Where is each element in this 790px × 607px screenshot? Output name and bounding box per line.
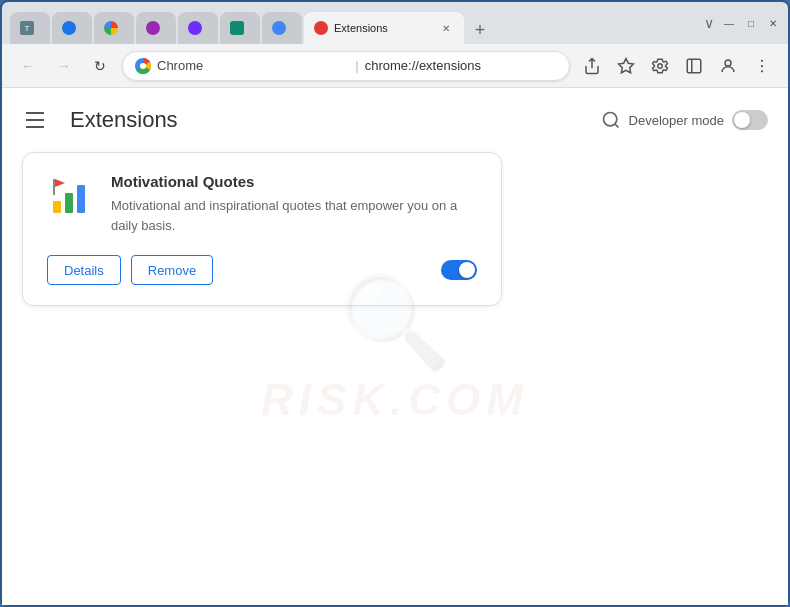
- developer-mode-label: Developer mode: [629, 113, 724, 128]
- active-tab-label: Extensions: [334, 22, 432, 34]
- new-tab-button[interactable]: +: [466, 16, 494, 44]
- maximize-button[interactable]: □: [744, 16, 758, 30]
- address-bar[interactable]: Chrome | chrome://extensions: [122, 51, 570, 81]
- svg-marker-16: [55, 179, 65, 187]
- browser-name: Chrome: [157, 58, 349, 73]
- svg-point-7: [761, 59, 763, 61]
- svg-point-6: [725, 60, 731, 66]
- developer-mode-control: Developer mode: [601, 110, 768, 130]
- svg-point-1: [140, 63, 146, 69]
- forward-button[interactable]: →: [50, 52, 78, 80]
- back-button[interactable]: ←: [14, 52, 42, 80]
- svg-marker-2: [619, 58, 634, 72]
- page-content: 🔍 RISK.COM Extensions Developer mode: [2, 88, 788, 605]
- chevron-icon[interactable]: ∨: [704, 15, 714, 31]
- browser-window: T Extensions: [0, 0, 790, 607]
- extension-card: Motivational Quotes Motivational and ins…: [22, 152, 502, 306]
- svg-point-3: [658, 63, 663, 68]
- svg-rect-4: [687, 59, 701, 73]
- page-title: Extensions: [70, 107, 585, 133]
- extension-card-top: Motivational Quotes Motivational and ins…: [47, 173, 477, 235]
- extensions-header: Extensions Developer mode: [2, 88, 788, 152]
- svg-point-8: [761, 64, 763, 66]
- extension-name: Motivational Quotes: [111, 173, 477, 190]
- remove-button[interactable]: Remove: [131, 255, 213, 285]
- extensions-puzzle-icon[interactable]: [646, 52, 674, 80]
- address-text: chrome://extensions: [365, 58, 557, 73]
- menu-hamburger-button[interactable]: [22, 104, 54, 136]
- menu-icon[interactable]: [748, 52, 776, 80]
- toolbar-icons: [578, 52, 776, 80]
- svg-rect-13: [65, 193, 73, 213]
- account-icon[interactable]: [714, 52, 742, 80]
- details-button[interactable]: Details: [47, 255, 121, 285]
- window-controls: ∨ — □ ✕: [704, 15, 780, 31]
- tab-strip: T Extensions: [10, 2, 692, 44]
- chrome-logo-icon: [135, 58, 151, 74]
- extension-card-footer: Details Remove: [47, 255, 477, 285]
- tab-2[interactable]: [52, 12, 92, 44]
- browser-toolbar: ← → ↻ Chrome | chrome://extensions: [2, 44, 788, 88]
- bookmark-icon[interactable]: [612, 52, 640, 80]
- titlebar: T Extensions: [2, 2, 788, 44]
- tab-1[interactable]: T: [10, 12, 50, 44]
- tab-extensions[interactable]: Extensions ✕: [304, 12, 464, 44]
- svg-rect-15: [53, 179, 55, 195]
- extension-icon: [47, 173, 95, 221]
- sidebar-icon[interactable]: [680, 52, 708, 80]
- svg-rect-12: [53, 201, 61, 213]
- share-icon[interactable]: [578, 52, 606, 80]
- svg-line-11: [614, 124, 618, 128]
- tab-7[interactable]: [262, 12, 302, 44]
- developer-mode-toggle[interactable]: [732, 110, 768, 130]
- tab-close-button[interactable]: ✕: [438, 20, 454, 36]
- svg-point-10: [603, 113, 616, 126]
- minimize-button[interactable]: —: [722, 16, 736, 30]
- tab-5[interactable]: [178, 12, 218, 44]
- svg-rect-14: [77, 185, 85, 213]
- tab-4[interactable]: [136, 12, 176, 44]
- toggle-knob: [734, 112, 750, 128]
- extension-toggle[interactable]: [441, 260, 477, 280]
- close-button[interactable]: ✕: [766, 16, 780, 30]
- reload-button[interactable]: ↻: [86, 52, 114, 80]
- extensions-list: Motivational Quotes Motivational and ins…: [2, 152, 788, 306]
- tab-6[interactable]: [220, 12, 260, 44]
- watermark-text: RISK.COM: [261, 374, 529, 424]
- search-icon[interactable]: [601, 110, 621, 130]
- extension-info: Motivational Quotes Motivational and ins…: [111, 173, 477, 235]
- extension-buttons: Details Remove: [47, 255, 213, 285]
- extension-toggle-knob: [459, 262, 475, 278]
- svg-point-9: [761, 70, 763, 72]
- extension-description: Motivational and inspirational quotes th…: [111, 196, 477, 235]
- tab-3[interactable]: [94, 12, 134, 44]
